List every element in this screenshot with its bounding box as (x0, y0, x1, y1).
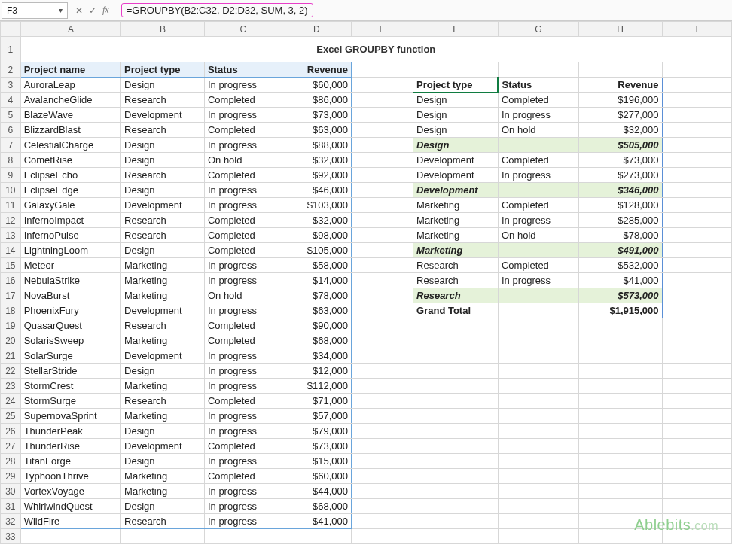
cell[interactable]: Marketing (121, 258, 205, 273)
formula-input[interactable]: =GROUPBY(B2:C32, D2:D32, SUM, 3, 2) (117, 2, 730, 19)
cell[interactable]: $46,000 (282, 183, 351, 198)
cell[interactable]: $41,000 (282, 514, 351, 529)
cell[interactable]: $285,000 (578, 213, 662, 228)
cell[interactable]: $73,000 (282, 439, 351, 454)
cell[interactable]: Status (204, 62, 282, 78)
cell[interactable]: Design (121, 499, 205, 514)
cell[interactable] (413, 514, 499, 529)
cell[interactable]: Project name (20, 62, 120, 78)
cell[interactable] (351, 228, 413, 243)
cell[interactable]: $12,000 (282, 364, 351, 379)
cell[interactable] (413, 424, 499, 439)
cell[interactable] (351, 273, 413, 288)
cell[interactable] (498, 424, 578, 439)
row-header[interactable]: 8 (1, 153, 21, 168)
cell[interactable]: Research (413, 273, 499, 288)
cell[interactable] (351, 153, 413, 168)
cell[interactable]: Project type (121, 62, 205, 78)
row-header[interactable]: 28 (1, 454, 21, 469)
cell[interactable]: VortexVoyage (20, 484, 120, 499)
cell[interactable]: Research (121, 394, 205, 409)
cell[interactable]: Research (121, 318, 205, 333)
cell[interactable]: $128,000 (578, 198, 662, 213)
row-header[interactable]: 19 (1, 318, 21, 333)
cell[interactable] (578, 394, 662, 409)
cell[interactable] (351, 183, 413, 198)
name-box[interactable]: F3 ▾ (2, 2, 68, 19)
cell[interactable] (20, 529, 120, 544)
cell[interactable] (498, 499, 578, 514)
cell[interactable]: $34,000 (282, 348, 351, 364)
cell[interactable]: Marketing (121, 288, 205, 303)
cell[interactable] (351, 484, 413, 499)
cell[interactable] (413, 469, 499, 484)
cell[interactable]: Completed (498, 198, 578, 213)
cell[interactable]: $98,000 (282, 228, 351, 243)
cell[interactable]: $1,915,000 (578, 303, 662, 318)
cell[interactable]: $32,000 (282, 213, 351, 228)
cell[interactable] (413, 439, 499, 454)
chevron-down-icon[interactable]: ▾ (59, 6, 63, 14)
cell[interactable]: Completed (204, 228, 282, 243)
row-header[interactable]: 22 (1, 364, 21, 379)
cell[interactable]: $491,000 (578, 243, 662, 258)
cell[interactable] (662, 469, 731, 484)
cell[interactable] (351, 318, 413, 333)
row-header[interactable]: 29 (1, 469, 21, 484)
cell[interactable]: Completed (204, 439, 282, 454)
row-header[interactable]: 31 (1, 499, 21, 514)
cell[interactable]: Marketing (121, 484, 205, 499)
cell[interactable]: $88,000 (282, 138, 351, 153)
cell[interactable] (578, 439, 662, 454)
cell[interactable]: In progress (204, 379, 282, 394)
cell[interactable] (413, 529, 499, 544)
row-header[interactable]: 7 (1, 138, 21, 153)
cell[interactable]: Design (121, 153, 205, 168)
cell[interactable] (662, 198, 731, 213)
cell[interactable] (351, 439, 413, 454)
cell[interactable]: In progress (204, 198, 282, 213)
cell[interactable] (578, 62, 662, 78)
cell[interactable]: StormCrest (20, 379, 120, 394)
cell[interactable] (662, 138, 731, 153)
cell[interactable] (498, 303, 578, 318)
cell[interactable] (351, 123, 413, 138)
cell[interactable]: Design (413, 123, 499, 138)
cell[interactable]: $346,000 (578, 183, 662, 198)
row-header[interactable]: 4 (1, 93, 21, 108)
cell[interactable] (413, 62, 499, 78)
cell[interactable]: Marketing (121, 469, 205, 484)
cell[interactable]: BlazeWave (20, 108, 120, 123)
cell[interactable] (498, 469, 578, 484)
cell[interactable] (662, 288, 731, 303)
cell[interactable]: Design (121, 183, 205, 198)
cell[interactable]: Design (121, 424, 205, 439)
cell[interactable]: AuroraLeap (20, 78, 120, 93)
cell[interactable] (498, 514, 578, 529)
row-header[interactable]: 3 (1, 78, 21, 93)
row-header[interactable]: 13 (1, 228, 21, 243)
cell[interactable] (413, 394, 499, 409)
cell[interactable] (351, 198, 413, 213)
col-header[interactable]: A (20, 22, 120, 37)
cell[interactable]: EclipseEdge (20, 183, 120, 198)
cell[interactable]: Grand Total (413, 303, 499, 318)
cell[interactable]: Design (121, 364, 205, 379)
row-header[interactable]: 24 (1, 394, 21, 409)
cell[interactable]: On hold (204, 153, 282, 168)
cell[interactable]: $79,000 (282, 424, 351, 439)
cell[interactable] (351, 108, 413, 123)
cell[interactable]: Design (121, 78, 205, 93)
cell[interactable]: Design (121, 243, 205, 258)
cell[interactable] (498, 243, 578, 258)
cell[interactable]: $73,000 (282, 108, 351, 123)
row-header[interactable]: 15 (1, 258, 21, 273)
cell[interactable] (413, 364, 499, 379)
cell[interactable]: CelestialCharge (20, 138, 120, 153)
cell[interactable]: In progress (204, 78, 282, 93)
cell[interactable]: $68,000 (282, 499, 351, 514)
cell[interactable]: StormSurge (20, 394, 120, 409)
cell[interactable]: Research (413, 288, 499, 303)
row-header[interactable]: 14 (1, 243, 21, 258)
cell[interactable] (578, 348, 662, 364)
